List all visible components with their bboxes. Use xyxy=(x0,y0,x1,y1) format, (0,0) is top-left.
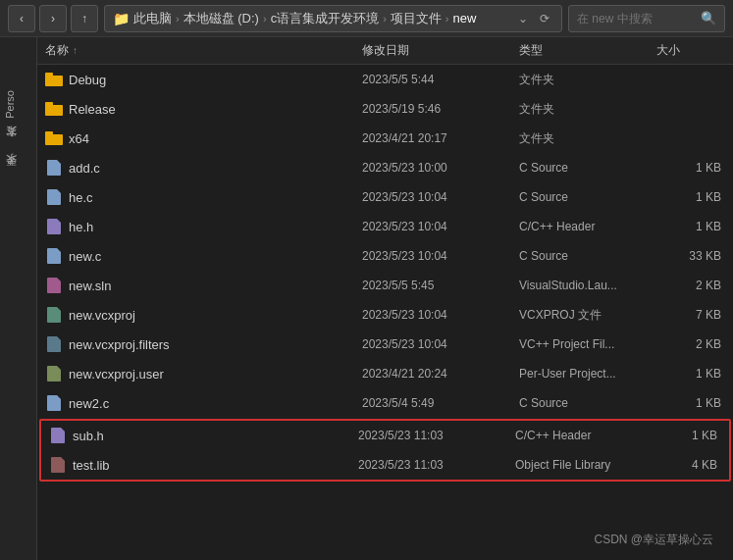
column-headers: 名称 ↑ 修改日期 类型 大小 xyxy=(37,37,733,65)
file-name: new.vcxproj.user xyxy=(69,367,164,382)
breadcrumb-sep-3: › xyxy=(445,13,449,25)
table-row[interactable]: Debug 2023/5/5 5:44 文件夹 xyxy=(37,65,733,94)
file-size: 1 KB xyxy=(656,220,725,233)
file-icon xyxy=(45,278,63,293)
sidebar-label-plan[interactable]: 方案 xyxy=(0,142,36,150)
table-row[interactable]: new.c 2023/5/23 10:04 C Source 33 KB xyxy=(37,241,733,271)
file-name-cell: new.vcxproj xyxy=(45,307,362,323)
file-icon xyxy=(45,395,63,411)
nav-up-button[interactable]: ↑ xyxy=(71,5,98,32)
file-name-cell: he.c xyxy=(45,189,362,205)
file-type: C Source xyxy=(519,396,656,410)
address-actions: ⌄ ⟳ xyxy=(514,10,553,27)
sort-arrow-icon: ↑ xyxy=(73,45,78,56)
file-type: 文件夹 xyxy=(519,130,656,147)
table-row[interactable]: he.c 2023/5/23 10:04 C Source 1 KB xyxy=(37,182,733,212)
file-name: new2.c xyxy=(69,396,109,411)
table-row[interactable]: test.lib 2023/5/23 11:03 Object File Lib… xyxy=(41,450,729,480)
sidebar-label-req[interactable]: 要求 xyxy=(0,170,36,178)
search-bar[interactable]: 🔍 xyxy=(568,5,725,32)
file-name: he.c xyxy=(69,190,93,205)
file-type: Per-User Project... xyxy=(519,367,656,381)
file-name: test.lib xyxy=(73,458,110,473)
file-name-cell: new.vcxproj.user xyxy=(45,366,362,382)
col-date-header[interactable]: 修改日期 xyxy=(362,42,519,59)
file-icon xyxy=(49,457,67,473)
file-date: 2023/5/19 5:46 xyxy=(362,102,519,116)
table-row[interactable]: new.vcxproj 2023/5/23 10:04 VCXPROJ 文件 7… xyxy=(37,300,733,330)
search-icon[interactable]: 🔍 xyxy=(701,11,716,25)
address-bar[interactable]: 📁 此电脑 › 本地磁盘 (D:) › c语言集成开发环境 › 项目文件 › n… xyxy=(104,5,562,32)
file-date: 2023/5/23 10:04 xyxy=(362,249,519,263)
file-name-cell: x64 xyxy=(45,130,362,146)
highlighted-rows-group: sub.h 2023/5/23 11:03 C/C++ Header 1 KB … xyxy=(39,419,731,482)
file-name: sub.h xyxy=(73,429,104,443)
file-icon xyxy=(45,248,63,264)
col-size-header[interactable]: 大小 xyxy=(656,42,725,59)
col-type-header[interactable]: 类型 xyxy=(519,42,656,59)
folder-icon: 📁 xyxy=(113,11,130,26)
table-row[interactable]: add.c 2023/5/23 10:00 C Source 1 KB xyxy=(37,153,733,182)
file-date: 2023/5/23 11:03 xyxy=(358,429,515,442)
file-name: x64 xyxy=(69,131,89,146)
file-name-cell: add.c xyxy=(45,160,362,176)
file-size: 1 KB xyxy=(653,429,721,442)
file-type: C Source xyxy=(519,249,656,263)
file-name-cell: new.sln xyxy=(45,278,362,293)
file-type: VCXPROJ 文件 xyxy=(519,307,656,324)
table-row[interactable]: new.sln 2023/5/5 5:45 VisualStudio.Lau..… xyxy=(37,271,733,300)
file-date: 2023/5/23 10:04 xyxy=(362,337,519,351)
breadcrumb-computer[interactable]: 此电脑 xyxy=(133,10,172,27)
file-date: 2023/5/5 5:45 xyxy=(362,279,519,292)
file-icon xyxy=(45,72,63,87)
breadcrumb-sep-1: › xyxy=(263,13,267,25)
file-date: 2023/5/5 5:44 xyxy=(362,73,519,86)
table-row[interactable]: new.vcxproj.filters 2023/5/23 10:04 VC++… xyxy=(37,330,733,359)
file-name: new.vcxproj.filters xyxy=(69,337,170,352)
file-size: 1 KB xyxy=(656,161,725,175)
file-area: 名称 ↑ 修改日期 类型 大小 Debug 202 xyxy=(37,37,733,560)
breadcrumb-drive[interactable]: 本地磁盘 (D:) xyxy=(183,10,259,27)
file-size: 1 KB xyxy=(656,367,725,381)
file-icon xyxy=(45,160,63,176)
main-layout: Perso 方案 要求 名称 ↑ 修改日期 类型 大小 xyxy=(0,37,733,560)
file-type: Object File Library xyxy=(515,458,653,472)
table-row[interactable]: new.vcxproj.user 2023/4/21 20:24 Per-Use… xyxy=(37,359,733,388)
file-icon xyxy=(45,189,63,205)
breadcrumb-project[interactable]: 项目文件 xyxy=(391,10,442,27)
nav-forward-button[interactable]: › xyxy=(39,5,67,32)
table-row[interactable]: new2.c 2023/5/4 5:49 C Source 1 KB xyxy=(37,388,733,418)
breadcrumb-current: new xyxy=(452,11,476,25)
table-row[interactable]: x64 2023/4/21 20:17 文件夹 xyxy=(37,124,733,153)
file-type: C/C++ Header xyxy=(515,429,653,442)
file-name: new.sln xyxy=(69,279,111,293)
file-date: 2023/5/23 11:03 xyxy=(358,458,515,472)
file-type: VC++ Project Fil... xyxy=(519,337,656,351)
file-size: 7 KB xyxy=(656,308,725,322)
dropdown-button[interactable]: ⌄ xyxy=(514,10,532,27)
table-row[interactable]: Release 2023/5/19 5:46 文件夹 xyxy=(37,94,733,124)
file-name-cell: Debug xyxy=(45,72,362,87)
file-name-cell: sub.h xyxy=(49,428,358,443)
file-name-cell: Release xyxy=(45,101,362,117)
breadcrumb: 此电脑 › 本地磁盘 (D:) › c语言集成开发环境 › 项目文件 › new xyxy=(133,10,510,27)
file-icon xyxy=(45,307,63,323)
file-size: 33 KB xyxy=(656,249,725,263)
file-name: new.vcxproj xyxy=(69,308,135,323)
breadcrumb-c-dir[interactable]: c语言集成开发环境 xyxy=(271,10,380,27)
file-icon xyxy=(45,366,63,382)
refresh-button[interactable]: ⟳ xyxy=(536,10,553,27)
table-row[interactable]: sub.h 2023/5/23 11:03 C/C++ Header 1 KB xyxy=(41,421,729,450)
file-size: 1 KB xyxy=(656,190,725,204)
sidebar-label-perso[interactable]: Perso xyxy=(0,86,36,123)
file-size: 2 KB xyxy=(656,279,725,292)
search-input[interactable] xyxy=(577,12,695,25)
file-type: VisualStudio.Lau... xyxy=(519,279,656,292)
file-type: C Source xyxy=(519,190,656,204)
table-row[interactable]: he.h 2023/5/23 10:04 C/C++ Header 1 KB xyxy=(37,212,733,241)
file-date: 2023/4/21 20:24 xyxy=(362,367,519,381)
breadcrumb-sep-0: › xyxy=(176,13,180,25)
nav-back-button[interactable]: ‹ xyxy=(8,5,35,32)
file-name: new.c xyxy=(69,249,101,264)
col-name-header[interactable]: 名称 ↑ xyxy=(45,42,362,59)
